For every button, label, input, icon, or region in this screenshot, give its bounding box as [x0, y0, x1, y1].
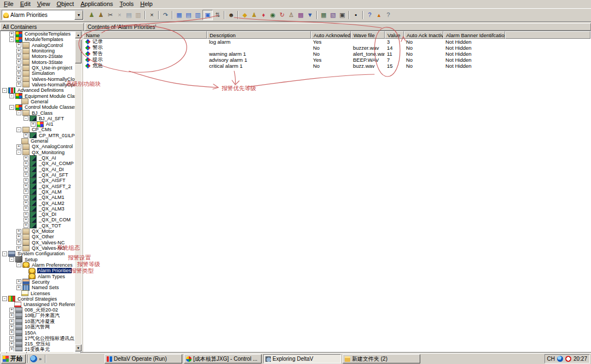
menu-view[interactable]: View — [34, 1, 54, 8]
expand-icon[interactable]: + — [24, 206, 28, 211]
tree-vertical-scrollbar[interactable]: ▲ ▼ — [75, 31, 82, 351]
view-large-icons-icon[interactable]: ▦ — [175, 10, 184, 20]
collapse-icon[interactable]: - — [2, 251, 7, 256]
tree-item[interactable]: -CP_CMs — [1, 127, 75, 132]
column-header-value[interactable]: Value — [385, 31, 404, 39]
alarm-suppress-icon[interactable]: ♟ — [250, 10, 259, 20]
table-row[interactable]: 危急critical alarm 1Nobuzz.wav15NoNot Hidd… — [83, 63, 590, 69]
tree-item[interactable]: +QX_AnalogControl — [1, 144, 75, 149]
collapse-icon[interactable]: - — [9, 93, 14, 98]
collapse-icon[interactable]: - — [2, 296, 7, 301]
alarm-bell-icon[interactable]: ◆ — [240, 10, 250, 20]
expand-icon[interactable]: + — [16, 144, 21, 149]
priority-icon[interactable]: ♦ — [259, 10, 268, 20]
download-icon[interactable]: ▼ — [305, 10, 315, 20]
tree-item[interactable]: General — [1, 138, 75, 144]
tree-item[interactable]: +Valves-NormallyClosed — [1, 77, 75, 82]
tree-item[interactable]: -Advanced Definitions — [1, 87, 75, 93]
tree-item[interactable]: -QX_Monitoring — [1, 150, 75, 155]
tree-item[interactable]: +AnalogControl — [1, 43, 75, 48]
tree-item[interactable]: +_QX_AI_SFT — [1, 172, 75, 178]
tree-item[interactable]: +QX_Valves-NC — [1, 240, 75, 245]
context-help-icon[interactable]: ? — [384, 10, 393, 20]
tree-item[interactable]: -ModuleTemplates — [1, 37, 75, 42]
view-small-icons-icon[interactable]: ▤ — [184, 10, 193, 20]
menu-applications[interactable]: Applications — [78, 1, 117, 8]
tree-item[interactable]: General — [1, 99, 75, 104]
module-grid-icon[interactable]: ▩ — [296, 10, 305, 20]
keyboard-icon[interactable]: ▪ — [351, 10, 361, 20]
refresh-icon[interactable]: ↻ — [277, 10, 287, 20]
menu-object[interactable]: Object — [54, 1, 78, 8]
tree-item[interactable]: +_QX_DI_COM — [1, 217, 75, 222]
collapse-icon[interactable]: - — [16, 127, 21, 132]
expand-icon[interactable]: + — [16, 49, 21, 54]
tree-item[interactable]: -BJ_Class — [1, 110, 75, 115]
collapse-icon[interactable]: - — [9, 37, 14, 42]
expand-icon[interactable]: + — [16, 279, 21, 284]
tree-item[interactable]: +_QX_AI — [1, 155, 75, 161]
expand-icon[interactable]: + — [24, 161, 28, 166]
cut-disabled-icon[interactable]: × — [115, 10, 124, 20]
assign-user-icon[interactable]: ♟ — [87, 10, 96, 20]
tree-item[interactable]: +Simulation — [1, 71, 75, 76]
expand-icon[interactable]: + — [16, 43, 21, 48]
tree-item[interactable]: +Valves-NormallyOpen — [1, 82, 75, 87]
view-details-icon[interactable]: ▣ — [202, 10, 213, 20]
scroll-down-icon[interactable]: ▼ — [75, 344, 82, 351]
expand-icon[interactable]: + — [9, 308, 14, 313]
expand-icon[interactable]: + — [24, 156, 28, 161]
table-view-icon[interactable]: ▦ — [319, 10, 328, 20]
expand-icon[interactable]: + — [16, 60, 21, 64]
tree-item[interactable]: -Control Module Classes — [1, 104, 75, 110]
menu-edit[interactable]: Edit — [18, 1, 34, 8]
expand-icon[interactable]: + — [24, 218, 28, 222]
taskbar-task-explorer[interactable]: Exploring DeltaV — [263, 354, 341, 363]
tree-item[interactable]: +Motors-3State — [1, 60, 75, 65]
expand-icon[interactable]: + — [16, 229, 21, 234]
expand-icon[interactable]: + — [31, 122, 36, 127]
tree-item[interactable]: +Named Sets — [1, 285, 75, 290]
tree-item[interactable]: Alarm Types — [1, 273, 75, 279]
tree-item[interactable]: +_QX_AI_COMP — [1, 161, 75, 166]
tree-item[interactable]: +QX_Other — [1, 234, 75, 239]
column-header-auto-acknowledge[interactable]: Auto Acknowledge — [311, 31, 351, 39]
expand-icon[interactable]: + — [9, 32, 14, 37]
collapse-icon[interactable]: - — [16, 150, 21, 155]
operator-icon[interactable]: ♙ — [287, 10, 296, 20]
menu-help[interactable]: Help — [137, 1, 157, 8]
tree-item[interactable]: +10蒸汽管网 — [1, 324, 75, 330]
language-indicator[interactable]: CH — [547, 356, 555, 362]
tree-item[interactable]: +Motors-2State — [1, 54, 75, 59]
copy-icon[interactable]: ▤ — [124, 10, 134, 20]
tree-item[interactable]: Licenses — [1, 290, 75, 296]
tree-item[interactable]: -Control Strategies — [1, 296, 75, 302]
scrollbar-thumb[interactable] — [75, 39, 82, 63]
expand-icon[interactable]: + — [24, 195, 28, 200]
expand-icon[interactable]: + — [16, 54, 21, 59]
collapse-icon[interactable]: - — [16, 110, 21, 115]
tree-item[interactable]: -BJ_AI_SFT — [1, 116, 75, 121]
cut-icon[interactable]: ✂ — [106, 10, 115, 20]
tree-item[interactable]: +_QX_ALM — [1, 189, 75, 195]
expand-icon[interactable]: + — [24, 201, 28, 206]
user-icon[interactable]: ☻ — [227, 10, 236, 20]
expand-icon[interactable]: + — [16, 71, 21, 76]
expand-icon[interactable]: + — [16, 234, 21, 239]
menu-file[interactable]: File — [1, 1, 18, 8]
swap-icon[interactable]: ↷ — [161, 10, 170, 20]
tray-network-icon[interactable] — [557, 356, 563, 362]
tree-item[interactable]: +Security — [1, 279, 75, 285]
paste-icon[interactable]: ▥ — [134, 10, 143, 20]
camera-icon[interactable]: ◉ — [268, 10, 277, 20]
chart-icon[interactable]: ▴ — [374, 10, 384, 20]
tree-item[interactable]: +CP_MTR_01ILP — [1, 133, 75, 138]
tree-item[interactable]: +QX_Use-in-project — [1, 65, 75, 71]
menu-tools[interactable]: Tools — [117, 1, 138, 8]
monitor-icon[interactable]: ▣ — [338, 10, 347, 20]
tree-item[interactable]: +21变换单元 — [1, 347, 75, 352]
tree-item[interactable]: +QX_Valves-NO — [1, 245, 75, 251]
tree-item[interactable]: Alarm Priorities — [1, 268, 75, 273]
tree-item[interactable]: -Setup — [1, 257, 75, 262]
expand-icon[interactable]: + — [24, 212, 28, 217]
